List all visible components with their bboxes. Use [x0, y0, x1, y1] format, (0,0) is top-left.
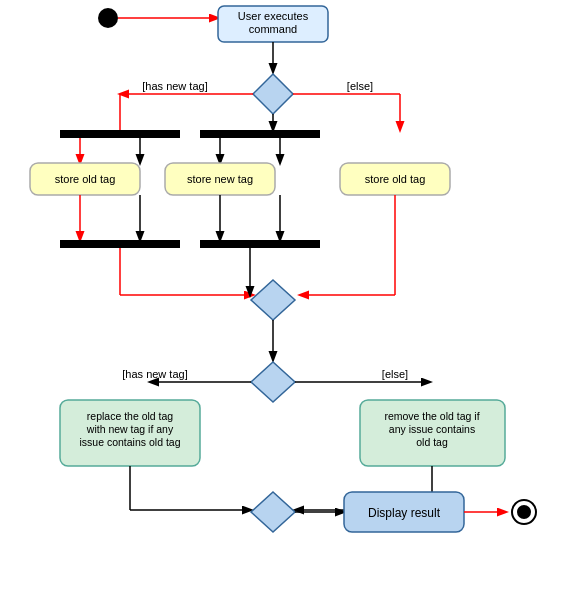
start-node	[98, 8, 118, 28]
store-old-tag-right-label: store old tag	[365, 173, 426, 185]
decision4-node	[251, 492, 295, 532]
has-new-tag-label2: [has new tag]	[122, 368, 187, 380]
sync-bar-bottom-center	[200, 240, 320, 248]
replace-tag-line1: replace the old tag	[87, 410, 174, 422]
display-result-label: Display result	[368, 506, 441, 520]
sync-bar-top-center	[200, 130, 320, 138]
else-label2: [else]	[382, 368, 408, 380]
remove-tag-line2: any issue contains	[389, 423, 475, 435]
sync-bar-top-left	[60, 130, 180, 138]
replace-tag-line3: issue contains old tag	[80, 436, 181, 448]
remove-tag-line3: old tag	[416, 436, 448, 448]
sync-bar-bottom-left	[60, 240, 180, 248]
decision3-node	[251, 362, 295, 402]
decision2-node	[251, 280, 295, 320]
remove-tag-line1: remove the old tag if	[384, 410, 479, 422]
has-new-tag-label1: [has new tag]	[142, 80, 207, 92]
user-executes-label: User executes	[238, 10, 309, 22]
else-label1: [else]	[347, 80, 373, 92]
store-old-tag-left-label: store old tag	[55, 173, 116, 185]
decision1-node	[253, 74, 293, 114]
store-new-tag-label: store new tag	[187, 173, 253, 185]
end-node-inner	[517, 505, 531, 519]
user-executes-label2: command	[249, 23, 297, 35]
replace-tag-line2: with new tag if any	[86, 423, 174, 435]
